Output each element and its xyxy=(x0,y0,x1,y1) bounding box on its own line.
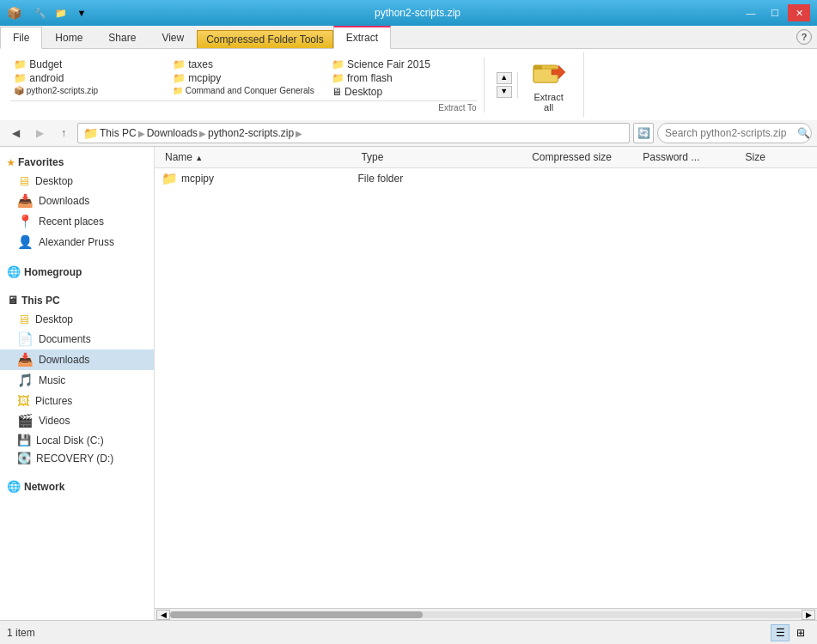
refresh-button[interactable]: 🔄 xyxy=(633,123,654,143)
thispc-label: This PC xyxy=(21,295,60,307)
qa-dropdown-button[interactable]: ▼ xyxy=(73,4,90,21)
tab-share[interactable]: Share xyxy=(95,27,149,48)
up-button[interactable]: ↑ xyxy=(53,124,74,143)
file-row-mcpipy[interactable]: 📁 mcpipy File folder xyxy=(155,168,817,189)
hscroll-left-button[interactable]: ◀ xyxy=(156,610,170,620)
tiles-view-button[interactable]: ⊞ xyxy=(791,624,810,641)
sidebar-item-music[interactable]: 🎵 Music xyxy=(0,370,154,391)
file-cell-type: File folder xyxy=(357,173,528,185)
file-list-header: Name Type Compressed size Password ... S… xyxy=(155,147,817,168)
tab-file[interactable]: File xyxy=(0,27,42,49)
recent-folder-budget[interactable]: 📁 Budget xyxy=(10,58,159,71)
close-button[interactable]: ✕ xyxy=(788,4,810,21)
search-icon: 🔍 xyxy=(797,127,810,139)
sidebar-item-downloads[interactable]: 📥 Downloads xyxy=(0,349,154,370)
recent-folder-conquer[interactable]: 📁 Command and Conquer Generals xyxy=(169,85,318,99)
extract-all-svg xyxy=(533,57,565,86)
sidebar-item-alexander[interactable]: 👤 Alexander Pruss xyxy=(0,232,154,252)
favorites-label: Favorites xyxy=(18,156,64,168)
breadcrumb-this-pc[interactable]: This PC xyxy=(100,127,137,139)
file-type: File folder xyxy=(357,173,403,185)
horizontal-scrollbar[interactable]: ◀ ▶ xyxy=(155,608,817,620)
extract-all-button[interactable]: Extractall xyxy=(525,52,573,117)
file-list-body: 📁 mcpipy File folder xyxy=(155,168,817,608)
recent-folder-python2[interactable]: 📦 python2-scripts.zip xyxy=(10,85,159,99)
back-button[interactable]: ◀ xyxy=(5,124,26,143)
network-label: Network xyxy=(24,481,64,493)
qa-newfile-button[interactable]: 📁 xyxy=(52,4,70,21)
sidebar-favorites-header[interactable]: ★ Favorites xyxy=(0,154,154,171)
details-view-icon: ☰ xyxy=(776,627,785,639)
sidebar-section-thispc: 🖥 This PC 🖥 Desktop 📄 Documents 📥 Downlo… xyxy=(0,291,154,467)
breadcrumb-zip[interactable]: python2-scripts.zip xyxy=(208,127,294,139)
qa-properties-button[interactable]: 🔧 xyxy=(32,4,49,21)
network-icon: 🌐 xyxy=(7,480,21,493)
downloads-icon: 📥 xyxy=(17,352,34,368)
hscroll-track[interactable] xyxy=(170,611,802,618)
hscroll-thumb[interactable] xyxy=(170,611,423,618)
recent-folder-mcpipy[interactable]: 📁 mcpipy xyxy=(169,71,318,85)
sidebar-item-documents[interactable]: 📄 Documents xyxy=(0,329,154,349)
recent-folders-list: 📁 Budget 📁 taxes 📁 Science Fair 2015 📁 a… xyxy=(10,58,485,112)
file-area: Name Type Compressed size Password ... S… xyxy=(155,147,817,620)
tab-home[interactable]: Home xyxy=(42,27,95,48)
ribbon-scroll-up[interactable]: ▲ xyxy=(497,72,512,84)
alexander-icon: 👤 xyxy=(17,234,34,250)
main-area: ★ Favorites 🖥 Desktop 📥 Downloads 📍 Rece… xyxy=(0,147,817,620)
pc-desktop-icon: 🖥 xyxy=(17,312,30,326)
minimize-button[interactable]: — xyxy=(740,4,762,21)
details-view-button[interactable]: ☰ xyxy=(771,624,790,641)
recent-folder-taxes[interactable]: 📁 taxes xyxy=(169,58,318,71)
col-header-password[interactable]: Password ... xyxy=(639,149,741,166)
sidebar-item-downloads-fav[interactable]: 📥 Downloads xyxy=(0,191,154,211)
sidebar-sep-2 xyxy=(0,284,154,291)
favorites-expand-icon: ★ xyxy=(7,158,15,167)
search-input[interactable] xyxy=(665,127,794,139)
tab-extract[interactable]: Extract xyxy=(333,26,391,49)
ribbon-scroll-down[interactable]: ▼ xyxy=(497,86,512,98)
recent-folder-fromflash[interactable]: 📁 from flash xyxy=(328,71,477,85)
documents-icon: 📄 xyxy=(17,331,34,347)
view-buttons: ☰ ⊞ xyxy=(771,624,810,641)
sidebar-item-recent-places[interactable]: 📍 Recent places xyxy=(0,211,154,232)
recent-folder-desktop[interactable]: 🖥 Desktop xyxy=(328,85,477,99)
compressed-tools-label: Compressed Folder Tools xyxy=(206,33,324,46)
hscroll-right-button[interactable]: ▶ xyxy=(802,610,815,620)
window-title: python2-scripts.zip xyxy=(95,7,740,19)
col-header-compressed[interactable]: Compressed size xyxy=(528,149,639,166)
sidebar-item-pc-desktop[interactable]: 🖥 Desktop xyxy=(0,309,154,329)
sidebar-item-recovery-label: RECOVERY (D:) xyxy=(36,453,113,465)
sidebar-item-local-disk[interactable]: 💾 Local Disk (C:) xyxy=(0,431,154,449)
sidebar-item-pictures[interactable]: 🖼 Pictures xyxy=(0,391,154,410)
maximize-button[interactable]: ☐ xyxy=(764,4,786,21)
forward-button[interactable]: ▶ xyxy=(29,124,50,143)
col-header-name[interactable]: Name xyxy=(162,149,357,166)
help-button[interactable]: ? xyxy=(796,29,812,45)
sidebar-item-downloads-label: Downloads xyxy=(39,354,89,366)
ribbon-content: 📁 Budget 📁 taxes 📁 Science Fair 2015 📁 a… xyxy=(0,48,817,120)
breadcrumb-bar[interactable]: 📁 This PC ▶ Downloads ▶ python2-scripts.… xyxy=(77,123,630,143)
col-name-label: Name xyxy=(165,151,192,163)
sidebar-item-desktop[interactable]: 🖥 Desktop xyxy=(0,171,154,191)
sidebar-item-videos[interactable]: 🎬 Videos xyxy=(0,410,154,431)
sidebar-network-header[interactable]: 🌐 Network xyxy=(0,477,154,495)
homegroup-label: Homegroup xyxy=(24,266,82,278)
status-item-count: 1 item xyxy=(7,627,35,639)
col-header-size[interactable]: Size xyxy=(742,149,811,166)
recent-folder-android[interactable]: 📁 android xyxy=(10,71,159,85)
tab-compressed-tools[interactable]: Compressed Folder Tools xyxy=(197,30,333,48)
breadcrumb-downloads[interactable]: Downloads xyxy=(147,127,198,139)
tab-view[interactable]: View xyxy=(149,27,197,48)
sidebar-homegroup-header[interactable]: 🌐 Homegroup xyxy=(0,263,154,281)
search-bar[interactable]: 🔍 xyxy=(657,123,812,143)
breadcrumb-sep-2: ▶ xyxy=(199,129,206,138)
recent-folder-sciencefair[interactable]: 📁 Science Fair 2015 xyxy=(328,58,477,71)
extract-to-label: Extract To xyxy=(438,103,476,112)
ribbon-tabs-left: File Home Share View Compressed Folder T… xyxy=(0,26,391,48)
breadcrumb-sep-1: ▶ xyxy=(138,129,145,138)
sidebar-thispc-header[interactable]: 🖥 This PC xyxy=(0,291,154,309)
col-header-type[interactable]: Type xyxy=(357,149,528,166)
address-bar: ◀ ▶ ↑ 📁 This PC ▶ Downloads ▶ python2-sc… xyxy=(0,120,817,147)
music-icon: 🎵 xyxy=(17,373,34,388)
sidebar-item-recovery[interactable]: 💽 RECOVERY (D:) xyxy=(0,449,154,467)
